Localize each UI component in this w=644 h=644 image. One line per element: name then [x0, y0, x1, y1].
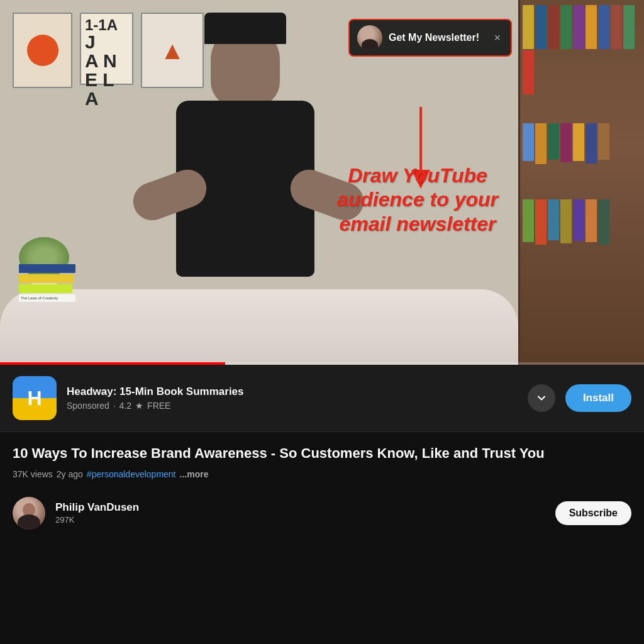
- annotation-text: Draw YouTube audience to your email news…: [330, 164, 506, 236]
- video-info-section: 10 Ways To Increase Brand Awareness - So…: [0, 432, 644, 487]
- newsletter-label: Get My Newsletter!: [389, 32, 485, 43]
- ad-banner[interactable]: H Headway: 15-Min Book Summaries Sponsor…: [0, 365, 644, 432]
- video-more-button[interactable]: ...more: [180, 469, 209, 479]
- video-player[interactable]: 1-1AJA N E L A ▲: [0, 0, 644, 365]
- ad-app-name: Headway: 15-Min Book Summaries: [67, 386, 518, 398]
- video-title: 10 Ways To Increase Brand Awareness - So…: [13, 445, 631, 463]
- newsletter-avatar: [357, 25, 382, 50]
- ad-info: Headway: 15-Min Book Summaries Sponsored…: [67, 386, 518, 411]
- ad-dot: ·: [113, 401, 116, 411]
- desk: [0, 289, 518, 365]
- channel-info: Philip VanDusen 297K: [55, 501, 545, 525]
- video-time-ago: 2y ago: [57, 469, 83, 479]
- video-hashtag[interactable]: #personaldevelopment: [87, 469, 176, 479]
- install-button[interactable]: Install: [565, 384, 631, 412]
- desk-books: The Laws of Creativity: [19, 264, 75, 302]
- newsletter-popup[interactable]: Get My Newsletter! ×: [348, 19, 512, 57]
- ad-app-icon: H: [13, 376, 57, 420]
- bookshelf-decoration: [518, 0, 644, 365]
- ad-price: FREE: [147, 401, 170, 411]
- ad-sponsored-label: Sponsored: [67, 401, 109, 411]
- ad-subtitle: Sponsored · 4.2 ★ FREE: [67, 401, 518, 411]
- channel-avatar[interactable]: [13, 497, 45, 530]
- video-views: 37K views: [13, 469, 53, 479]
- subscribe-button[interactable]: Subscribe: [555, 501, 631, 525]
- ad-icon-letter: H: [27, 387, 42, 410]
- channel-name[interactable]: Philip VanDusen: [55, 501, 545, 514]
- video-progress-bar[interactable]: [0, 362, 644, 365]
- channel-subscribers: 297K: [55, 515, 545, 525]
- video-progress-fill: [0, 362, 225, 365]
- ad-rating: 4.2: [119, 401, 131, 411]
- channel-row: Philip VanDusen 297K Subscribe: [0, 487, 644, 540]
- newsletter-close-button[interactable]: ×: [491, 30, 503, 46]
- ad-chevron-button[interactable]: [528, 384, 555, 412]
- video-meta: 37K views 2y ago #personaldevelopment ..…: [13, 469, 631, 479]
- ad-star-icon: ★: [135, 401, 143, 411]
- video-background: 1-1AJA N E L A ▲: [0, 0, 644, 365]
